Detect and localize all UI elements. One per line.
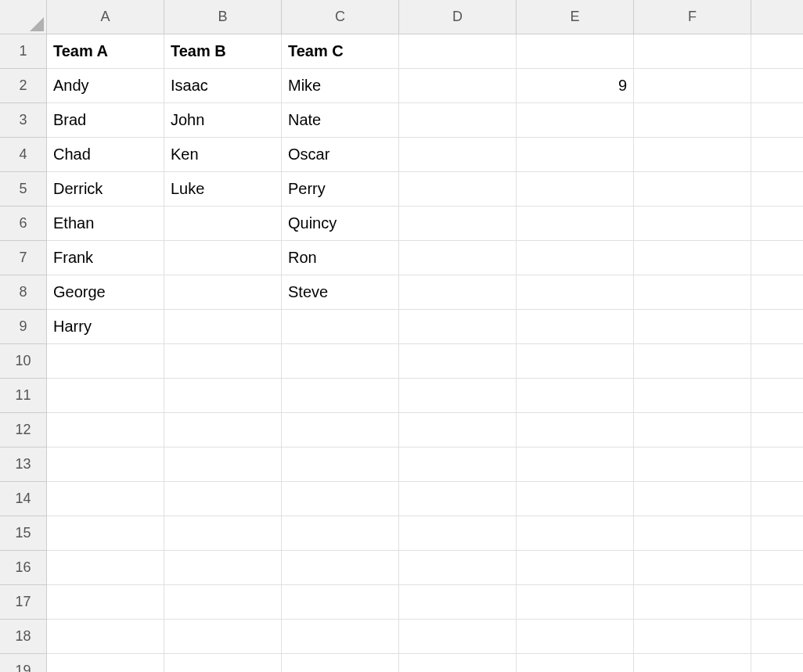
cell-D16[interactable] — [399, 551, 517, 585]
cell-E11[interactable] — [517, 379, 634, 413]
cell-E8[interactable] — [517, 275, 634, 310]
row-header-9[interactable]: 9 — [0, 310, 47, 344]
cell-A3[interactable]: Brad — [47, 103, 164, 138]
cell-C18[interactable] — [282, 620, 399, 654]
cell-D1[interactable] — [399, 34, 517, 69]
row-header-5[interactable]: 5 — [0, 172, 47, 207]
cell-E17[interactable] — [517, 585, 634, 620]
cell-F3[interactable] — [634, 103, 751, 138]
cell-B15[interactable] — [164, 516, 282, 551]
cell-F6[interactable] — [634, 207, 751, 241]
cell-D8[interactable] — [399, 275, 517, 310]
cell-F15[interactable] — [634, 516, 751, 551]
cell-B12[interactable] — [164, 413, 282, 447]
row-header-4[interactable]: 4 — [0, 138, 47, 172]
cell-E2[interactable]: 9 — [517, 69, 634, 103]
cell-A10[interactable] — [47, 344, 164, 379]
cell-A9[interactable]: Harry — [47, 310, 164, 344]
cell-F14[interactable] — [634, 482, 751, 516]
cell-B8[interactable] — [164, 275, 282, 310]
cell-D9[interactable] — [399, 310, 517, 344]
cell-C19[interactable] — [282, 654, 399, 672]
cell-C14[interactable] — [282, 482, 399, 516]
row-header-7[interactable]: 7 — [0, 241, 47, 275]
column-header-F[interactable]: F — [634, 0, 751, 34]
cell-C7[interactable]: Ron — [282, 241, 399, 275]
cell-E16[interactable] — [517, 551, 634, 585]
cell-F16[interactable] — [634, 551, 751, 585]
cell-B1[interactable]: Team B — [164, 34, 282, 69]
cell-C6[interactable]: Quincy — [282, 207, 399, 241]
row-header-17[interactable]: 17 — [0, 585, 47, 620]
cell-E6[interactable] — [517, 207, 634, 241]
cell-A4[interactable]: Chad — [47, 138, 164, 172]
cell-A7[interactable]: Frank — [47, 241, 164, 275]
cell-C11[interactable] — [282, 379, 399, 413]
cell-F1[interactable] — [634, 34, 751, 69]
cell-E10[interactable] — [517, 344, 634, 379]
cell-D10[interactable] — [399, 344, 517, 379]
row-header-18[interactable]: 18 — [0, 620, 47, 654]
cell-B16[interactable] — [164, 551, 282, 585]
cell-B3[interactable]: John — [164, 103, 282, 138]
cell-A2[interactable]: Andy — [47, 69, 164, 103]
column-header-B[interactable]: B — [164, 0, 282, 34]
cell-E4[interactable] — [517, 138, 634, 172]
cell-C10[interactable] — [282, 344, 399, 379]
cell-C8[interactable]: Steve — [282, 275, 399, 310]
row-header-10[interactable]: 10 — [0, 344, 47, 379]
cell-B18[interactable] — [164, 620, 282, 654]
cell-F7[interactable] — [634, 241, 751, 275]
cell-E18[interactable] — [517, 620, 634, 654]
cell-A1[interactable]: Team A — [47, 34, 164, 69]
cell-F13[interactable] — [634, 447, 751, 482]
cell-E12[interactable] — [517, 413, 634, 447]
column-header-D[interactable]: D — [399, 0, 517, 34]
cell-F4[interactable] — [634, 138, 751, 172]
cell-C13[interactable] — [282, 447, 399, 482]
row-header-15[interactable]: 15 — [0, 516, 47, 551]
cell-A17[interactable] — [47, 585, 164, 620]
cell-F17[interactable] — [634, 585, 751, 620]
row-header-14[interactable]: 14 — [0, 482, 47, 516]
cell-A11[interactable] — [47, 379, 164, 413]
cell-C12[interactable] — [282, 413, 399, 447]
cell-B6[interactable] — [164, 207, 282, 241]
cell-F18[interactable] — [634, 620, 751, 654]
cell-D2[interactable] — [399, 69, 517, 103]
row-header-11[interactable]: 11 — [0, 379, 47, 413]
cell-D3[interactable] — [399, 103, 517, 138]
cell-C17[interactable] — [282, 585, 399, 620]
cell-A15[interactable] — [47, 516, 164, 551]
cell-D12[interactable] — [399, 413, 517, 447]
cell-A14[interactable] — [47, 482, 164, 516]
cell-D14[interactable] — [399, 482, 517, 516]
cell-C3[interactable]: Nate — [282, 103, 399, 138]
row-header-19[interactable]: 19 — [0, 654, 47, 672]
column-header-E[interactable]: E — [517, 0, 634, 34]
cell-D6[interactable] — [399, 207, 517, 241]
row-header-3[interactable]: 3 — [0, 103, 47, 138]
cell-B5[interactable]: Luke — [164, 172, 282, 207]
cell-D13[interactable] — [399, 447, 517, 482]
cell-C2[interactable]: Mike — [282, 69, 399, 103]
cell-E14[interactable] — [517, 482, 634, 516]
cell-F9[interactable] — [634, 310, 751, 344]
cell-D4[interactable] — [399, 138, 517, 172]
cell-D17[interactable] — [399, 585, 517, 620]
cell-C4[interactable]: Oscar — [282, 138, 399, 172]
cell-E1[interactable] — [517, 34, 634, 69]
cell-D15[interactable] — [399, 516, 517, 551]
cell-C15[interactable] — [282, 516, 399, 551]
cell-A16[interactable] — [47, 551, 164, 585]
cell-E3[interactable] — [517, 103, 634, 138]
cell-F12[interactable] — [634, 413, 751, 447]
cell-F5[interactable] — [634, 172, 751, 207]
row-header-8[interactable]: 8 — [0, 275, 47, 310]
cell-B2[interactable]: Isaac — [164, 69, 282, 103]
cell-D18[interactable] — [399, 620, 517, 654]
cell-D5[interactable] — [399, 172, 517, 207]
cell-C9[interactable] — [282, 310, 399, 344]
cell-A19[interactable] — [47, 654, 164, 672]
cell-E15[interactable] — [517, 516, 634, 551]
